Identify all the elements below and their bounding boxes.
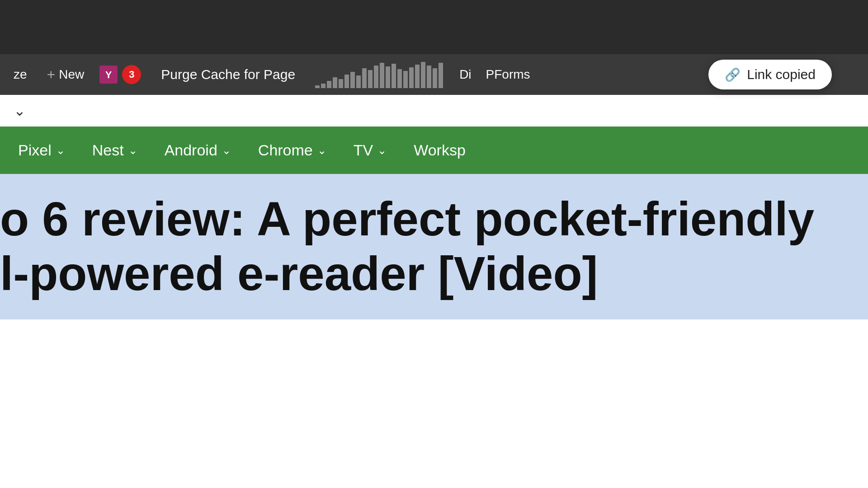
- analytics-chart: [306, 61, 452, 88]
- plus-icon: +: [47, 66, 56, 83]
- link-icon: 🔗: [725, 67, 741, 82]
- chart-bar: [356, 75, 361, 88]
- chart-bar: [380, 63, 384, 88]
- browser-chrome-area: [0, 0, 868, 54]
- chart-bar: [386, 66, 390, 88]
- chart-bar: [409, 67, 414, 88]
- article-title: o 6 review: A perfect pocket-friendly l-…: [0, 192, 854, 301]
- nav-item-chrome[interactable]: Chrome ⌄: [258, 141, 354, 159]
- chevron-down-icon: ⌄: [317, 144, 326, 157]
- chevron-down-icon: ⌄: [128, 144, 137, 157]
- nav-chrome-label: Chrome: [258, 141, 313, 159]
- chart-bar: [327, 81, 331, 88]
- nav-workspace-label: Worksp: [414, 141, 466, 159]
- purge-cache-button[interactable]: Purge Cache for Page: [150, 67, 306, 82]
- chevron-down-icon: ⌄: [56, 144, 65, 157]
- pforms-label: PForms: [479, 67, 538, 82]
- chart-bar: [368, 70, 373, 88]
- yoast-icon[interactable]: Y: [99, 65, 118, 84]
- new-label: New: [59, 67, 84, 82]
- chart-bar: [315, 85, 320, 88]
- toolbar-left-label: ze: [5, 67, 36, 82]
- chevron-down-icon: ⌄: [377, 144, 387, 157]
- chart-bar: [333, 77, 337, 88]
- chart-bar: [362, 68, 367, 88]
- nav-item-pixel[interactable]: Pixel ⌄: [18, 141, 92, 159]
- chart-bar: [374, 66, 378, 88]
- chart-bar: [350, 72, 355, 88]
- chart-bar: [392, 64, 396, 88]
- green-nav-bar: Pixel ⌄ Nest ⌄ Android ⌄ Chrome ⌄ TV ⌄ W…: [0, 127, 868, 174]
- chart-bar: [415, 65, 420, 88]
- article-title-area: o 6 review: A perfect pocket-friendly l-…: [0, 174, 868, 319]
- nav-android-label: Android: [165, 141, 217, 159]
- article-title-line2: l-powered e-reader [Video]: [0, 247, 854, 301]
- nav-item-workspace[interactable]: Worksp: [414, 141, 493, 159]
- chart-bar: [339, 79, 343, 88]
- nav-item-android[interactable]: Android ⌄: [165, 141, 258, 159]
- nav-pixel-label: Pixel: [18, 141, 52, 159]
- notification-badge[interactable]: 3: [122, 65, 141, 84]
- di-label: Di: [452, 67, 478, 82]
- chart-bar: [427, 66, 431, 88]
- link-copied-toast: 🔗 Link copied: [708, 60, 832, 89]
- chart-bar: [397, 69, 402, 88]
- chevron-down-icon: ⌄: [222, 144, 231, 157]
- new-button[interactable]: + New: [36, 66, 95, 83]
- chevron-down-icon[interactable]: ⌄: [14, 102, 26, 119]
- link-copied-text: Link copied: [747, 67, 816, 82]
- nav-item-nest[interactable]: Nest ⌄: [92, 141, 165, 159]
- chevron-row: ⌄: [0, 95, 868, 127]
- chart-bar: [403, 71, 408, 88]
- chart-bar: [439, 63, 443, 88]
- chart-bar: [344, 75, 349, 88]
- chart-bar: [433, 68, 437, 88]
- article-title-line1: o 6 review: A perfect pocket-friendly: [0, 192, 854, 247]
- nav-nest-label: Nest: [92, 141, 124, 159]
- chart-bar: [321, 84, 326, 88]
- nav-tv-label: TV: [354, 141, 373, 159]
- nav-item-tv[interactable]: TV ⌄: [354, 141, 414, 159]
- svg-text:Y: Y: [105, 69, 112, 80]
- admin-toolbar: ze + New Y 3 Purge Cache for Page: [0, 54, 868, 95]
- chart-bar: [421, 62, 425, 88]
